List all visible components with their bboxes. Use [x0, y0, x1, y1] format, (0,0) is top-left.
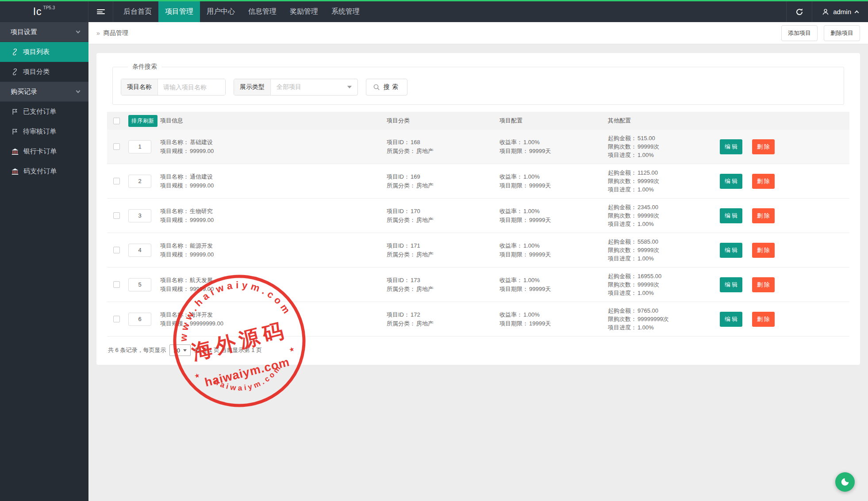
topbar-spacer	[366, 1, 786, 22]
page-title: 商品管理	[104, 29, 128, 37]
topnav-item-rewards[interactable]: 奖励管理	[283, 1, 325, 22]
topnav-item-home[interactable]: 后台首页	[117, 1, 158, 22]
project-id-value: 169	[411, 173, 420, 180]
column-header-category: 项目分类	[387, 117, 499, 125]
project-name-input[interactable]	[158, 79, 225, 95]
project-scale-value: 99999.00	[190, 217, 214, 223]
theme-float-button[interactable]	[835, 472, 855, 492]
refresh-button[interactable]	[786, 1, 812, 22]
min-amount-label: 起购金额：	[608, 204, 637, 210]
delete-button[interactable]: 删除	[752, 174, 775, 189]
project-rate-label: 收益率：	[499, 311, 522, 318]
row-checkbox[interactable]	[113, 247, 120, 253]
project-name-group: 项目名称	[121, 79, 226, 96]
account-menu[interactable]: admin	[812, 1, 868, 22]
project-scale-label: 项目规模：	[160, 182, 189, 189]
row-order-input[interactable]	[128, 278, 151, 291]
project-rate-label: 收益率：	[499, 173, 522, 180]
project-term-label: 项目期限：	[499, 251, 528, 258]
row-order-input[interactable]	[128, 313, 151, 326]
delete-button[interactable]: 删除	[752, 277, 775, 292]
row-checkbox[interactable]	[113, 212, 120, 219]
table-row: 项目名称：航天发展 项目规模：99999.00 项目ID：173 所属分类：房地…	[107, 268, 849, 302]
topnav-item-projects[interactable]: 项目管理	[158, 1, 200, 22]
edit-button[interactable]: 编辑	[720, 277, 742, 292]
sidebar-item-pending-orders[interactable]: 待审核订单	[0, 122, 88, 142]
topnav-item-users[interactable]: 用户中心	[200, 1, 242, 22]
purchase-limit-value: 99999次	[638, 178, 659, 184]
project-name-label: 项目名称：	[160, 277, 189, 283]
progress-value: 1.00%	[638, 255, 654, 262]
sidebar-item-qrpay-orders[interactable]: 码支付订单	[0, 161, 88, 181]
topnav-item-info[interactable]: 信息管理	[242, 1, 283, 22]
sidebar-group-label: 项目设置	[11, 28, 37, 36]
row-order-input[interactable]	[128, 175, 151, 188]
row-order-input[interactable]	[128, 140, 151, 153]
row-checkbox[interactable]	[113, 178, 120, 184]
table-row: 项目名称：基础建设 项目规模：99999.00 项目ID：168 所属分类：房地…	[107, 130, 849, 164]
row-checkbox[interactable]	[113, 143, 120, 150]
edit-button[interactable]: 编辑	[720, 243, 742, 258]
sort-refresh-button[interactable]: 排序刷新	[128, 115, 157, 127]
page-header: » 商品管理 添加项目 删除项目	[88, 22, 868, 44]
search-button[interactable]: 搜索	[366, 79, 407, 96]
purchase-limit-value: 99999次	[638, 247, 659, 253]
sidebar-group-project-settings[interactable]: 项目设置	[0, 22, 88, 42]
project-id-label: 项目ID：	[387, 242, 410, 249]
edit-button[interactable]: 编辑	[720, 174, 742, 189]
pager-summary: 共 6 条记录，每页显示	[108, 346, 166, 354]
project-rate-value: 1.00%	[523, 173, 540, 180]
progress-label: 项目进度：	[608, 152, 637, 158]
row-order-input[interactable]	[128, 209, 151, 222]
project-category-label: 所属分类：	[387, 251, 415, 258]
logo: Ic TP5.3	[0, 1, 88, 22]
project-category-label: 所属分类：	[387, 320, 415, 327]
min-amount-value: 515.00	[638, 135, 655, 142]
search-legend: 条件搜索	[128, 63, 161, 71]
purchase-limit-value: 99999999次	[638, 316, 669, 322]
delete-button[interactable]: 删除	[752, 208, 775, 223]
row-checkbox[interactable]	[113, 316, 120, 322]
caret-down-icon	[183, 349, 187, 352]
edit-button[interactable]: 编辑	[720, 208, 742, 223]
edit-button[interactable]: 编辑	[720, 312, 742, 327]
select-all-checkbox[interactable]	[113, 118, 120, 124]
project-name-label: 项目名称：	[160, 173, 189, 180]
project-term-value: 19999天	[529, 320, 551, 327]
project-rate-value: 1.00%	[523, 208, 540, 214]
search-icon	[373, 84, 380, 91]
table-row: 项目名称：生物研究 项目规模：99999.00 项目ID：170 所属分类：房地…	[107, 199, 849, 233]
row-order-input[interactable]	[128, 244, 151, 257]
display-type-select[interactable]: 全部项目	[271, 79, 357, 95]
flag-icon	[12, 128, 18, 135]
sidebar-item-bankcard-orders[interactable]: 银行卡订单	[0, 142, 88, 161]
sidebar-toggle-button[interactable]	[88, 1, 113, 22]
project-rate-value: 1.00%	[523, 139, 540, 145]
sidebar-item-paid-orders[interactable]: 已支付订单	[0, 102, 88, 122]
logo-text: Ic	[33, 6, 42, 18]
purchase-limit-label: 限购次数：	[608, 143, 637, 150]
sidebar-item-project-category[interactable]: 项目分类	[0, 62, 88, 82]
project-id-label: 项目ID：	[387, 277, 410, 283]
flag-icon	[12, 108, 18, 115]
pagination: 共 6 条记录，每页显示 20 条 共 1 页 当前显示第 1 页	[108, 344, 849, 356]
progress-value: 1.00%	[638, 152, 654, 158]
row-checkbox[interactable]	[113, 281, 120, 288]
delete-button[interactable]: 删除	[752, 312, 775, 327]
delete-button[interactable]: 删除	[752, 243, 775, 258]
sidebar-item-project-list[interactable]: 项目列表	[0, 42, 88, 62]
delete-project-button[interactable]: 删除项目	[824, 25, 860, 41]
edit-button[interactable]: 编辑	[720, 139, 742, 154]
project-term-label: 项目期限：	[499, 148, 528, 154]
project-id-value: 173	[411, 277, 420, 283]
topnav-item-system[interactable]: 系统管理	[325, 1, 366, 22]
sidebar: 项目设置 项目列表 项目分类 购买记录	[0, 22, 88, 501]
add-project-button[interactable]: 添加项目	[781, 25, 818, 41]
delete-button[interactable]: 删除	[752, 139, 775, 154]
page-size-select[interactable]: 20	[169, 344, 190, 356]
project-rate-label: 收益率：	[499, 277, 522, 283]
sidebar-group-purchase-records[interactable]: 购买记录	[0, 82, 88, 102]
sidebar-item-label: 银行卡订单	[23, 147, 57, 156]
table-body: 项目名称：基础建设 项目规模：99999.00 项目ID：168 所属分类：房地…	[107, 130, 849, 337]
crescent-icon	[840, 477, 850, 487]
